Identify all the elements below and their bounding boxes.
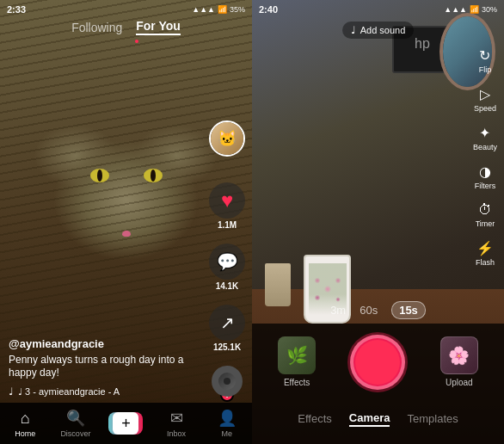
beauty-icon: ✦	[479, 125, 490, 141]
nav-inbox[interactable]: ✉ Inbox	[151, 409, 202, 438]
right-panel: hp 2:40 ▲▲▲ 📶 30% ♩ Add sound ↻ Flip ▷ S…	[252, 0, 504, 444]
nav-inbox-label: Inbox	[167, 429, 186, 438]
comment-icon: 💬	[217, 251, 238, 272]
timer-tool[interactable]: ⏱ Timer	[476, 202, 495, 228]
camera-status-icons: ▲▲▲ 📶 30%	[444, 5, 497, 14]
avatar: 🐱	[209, 120, 245, 157]
flip-label: Flip	[479, 65, 492, 74]
signal-icon: ▲▲▲	[192, 5, 215, 14]
discover-icon: 🔍	[66, 409, 85, 428]
camera-top-controls: ♩ Add sound	[252, 22, 504, 39]
share-button[interactable]: ↗	[209, 305, 245, 341]
comment-button[interactable]: 💬	[209, 244, 245, 280]
heart-icon: ♥	[221, 188, 233, 213]
comment-count: 14.1K	[216, 281, 239, 291]
avatar-item[interactable]: 🐱 +	[209, 120, 245, 157]
nav-add[interactable]: +	[101, 412, 151, 435]
nav-home-label: Home	[15, 429, 35, 438]
username[interactable]: @aymieandgracie	[9, 337, 200, 350]
flip-tool[interactable]: ↻ Flip	[479, 47, 492, 74]
upload-label: Upload	[446, 378, 473, 387]
flash-label: Flash	[476, 258, 495, 267]
like-button[interactable]: ♥	[209, 182, 245, 219]
wifi-icon: 📶	[218, 5, 227, 14]
flash-icon: ⚡	[476, 240, 494, 256]
duration-15s[interactable]: 15s	[391, 301, 426, 319]
camera-actions-row: 🌿 Effects 🌸 Upload	[252, 335, 504, 390]
status-time: 2:33	[7, 4, 26, 15]
cat-eyes	[90, 169, 163, 182]
inbox-icon: ✉	[170, 409, 183, 428]
tab-effects[interactable]: Effects	[298, 412, 332, 425]
like-action[interactable]: ♥ 1.1M	[209, 182, 245, 230]
flash-tool[interactable]: ⚡ Flash	[476, 240, 495, 267]
music-text: ♩ 3 - aymieandgracie - A	[18, 386, 120, 398]
music-info[interactable]: ♩ ♩ 3 - aymieandgracie - A	[9, 385, 200, 398]
cat-eye-right	[144, 169, 163, 182]
add-sound-button[interactable]: ♩ Add sound	[342, 22, 415, 39]
add-sound-label: Add sound	[360, 25, 406, 35]
cat-nose	[122, 231, 131, 237]
camera-signal-icon: ▲▲▲	[444, 5, 467, 14]
music-disc-icon	[212, 366, 243, 397]
add-icon: +	[113, 412, 138, 435]
bottom-nav: ⌂ Home 🔍 Discover + ✉ Inbox 👤 Me	[0, 403, 252, 444]
duration-selector: 3m 60s 15s	[252, 301, 504, 319]
speed-tool[interactable]: ▷ Speed	[474, 86, 496, 113]
nav-tabs: Following For You	[0, 19, 252, 35]
speed-label: Speed	[474, 104, 496, 113]
camera-tabs-row: Effects Camera Templates	[252, 411, 504, 427]
effects-thumbnail: 🌿	[278, 336, 316, 374]
filters-label: Filters	[475, 182, 496, 190]
add-button[interactable]: +	[108, 412, 143, 435]
nav-home[interactable]: ⌂ Home	[0, 410, 51, 438]
upload-item[interactable]: 🌸 Upload	[440, 336, 478, 387]
home-icon: ⌂	[21, 410, 30, 428]
camera-status-time: 2:40	[259, 4, 278, 15]
beauty-tool[interactable]: ✦ Beauty	[473, 125, 497, 151]
share-action[interactable]: ↗ 125.1K	[209, 305, 245, 352]
timer-icon: ⏱	[478, 202, 492, 218]
tab-for-you[interactable]: For You	[136, 19, 181, 35]
nav-discover[interactable]: 🔍 Discover	[51, 409, 101, 438]
filters-icon: ◑	[479, 163, 491, 180]
status-bar: 2:33 ▲▲▲ 📶 35%	[0, 0, 252, 19]
timer-label: Timer	[476, 219, 495, 228]
camera-wifi-icon: 📶	[470, 5, 479, 14]
beauty-label: Beauty	[473, 143, 497, 151]
caption: Penny always turns a rough day into a ha…	[9, 354, 200, 380]
bottom-info: @aymieandgracie Penny always turns a rou…	[9, 337, 200, 398]
left-panel: 2:33 ▲▲▲ 📶 35% Following For You 🐱 + ♥ 1…	[0, 0, 252, 444]
right-actions: 🐱 + ♥ 1.1M 💬 14.1K ↗ 125.1K	[209, 120, 245, 397]
camera-bottom-area: 🌿 Effects 🌸 Upload Effects Camera Templa…	[252, 324, 504, 444]
pencil-cup	[265, 263, 291, 306]
share-count: 125.1K	[213, 342, 241, 352]
record-btn-inner	[355, 340, 400, 385]
duration-60s[interactable]: 60s	[360, 304, 378, 317]
music-note-icon: ♩	[9, 385, 14, 398]
duration-3m[interactable]: 3m	[330, 304, 346, 317]
avatar-image: 🐱	[211, 122, 243, 155]
effects-label: Effects	[284, 378, 310, 387]
battery-status: 35%	[230, 5, 245, 14]
nav-me-label: Me	[221, 429, 232, 438]
camera-status-bar: 2:40 ▲▲▲ 📶 30%	[252, 0, 504, 19]
add-sound-music-icon: ♩	[351, 24, 356, 36]
tab-following[interactable]: Following	[71, 21, 122, 34]
profile-icon: 👤	[218, 409, 237, 428]
flip-icon: ↻	[479, 47, 490, 64]
tab-camera[interactable]: Camera	[349, 411, 390, 427]
speed-icon: ▷	[480, 86, 490, 102]
status-icons: ▲▲▲ 📶 35%	[192, 5, 245, 14]
camera-right-tools: ↻ Flip ▷ Speed ✦ Beauty ◑ Filters ⏱ Time…	[473, 47, 497, 267]
filters-tool[interactable]: ◑ Filters	[475, 163, 496, 190]
share-icon: ↗	[220, 312, 235, 333]
music-disc-item[interactable]	[212, 366, 243, 397]
camera-battery-status: 30%	[482, 5, 497, 14]
nav-me[interactable]: 👤 Me	[201, 409, 252, 438]
tab-templates[interactable]: Templates	[407, 412, 458, 425]
record-button[interactable]	[350, 335, 405, 390]
effects-item[interactable]: 🌿 Effects	[278, 336, 316, 387]
nav-discover-label: Discover	[60, 429, 90, 438]
comment-action[interactable]: 💬 14.1K	[209, 244, 245, 291]
